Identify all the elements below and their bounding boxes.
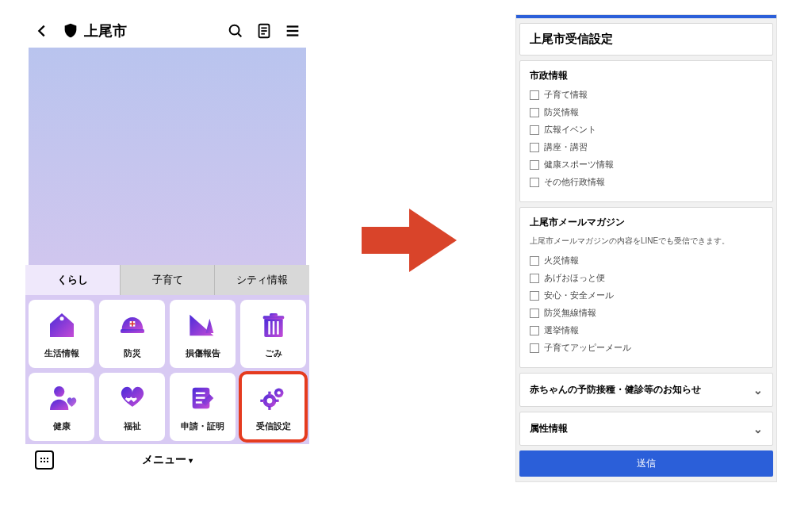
checkbox-row[interactable]: 火災情報 bbox=[530, 255, 763, 266]
section-shisei: 市政情報 子育て情報 防災情報 広報イベント 講座・講習 健康スポーツ情報 その… bbox=[519, 60, 773, 202]
svg-rect-31 bbox=[260, 399, 264, 401]
tab-label: シティ情報 bbox=[236, 273, 288, 287]
accordion-label: 赤ちゃんの予防接種・健診等のお知らせ bbox=[530, 383, 701, 397]
checkbox-row[interactable]: 講座・講習 bbox=[530, 141, 763, 153]
menu-button[interactable]: メニュー bbox=[142, 453, 193, 467]
handshake-icon bbox=[117, 382, 148, 414]
tile-label: ごみ bbox=[265, 347, 282, 359]
tile-reception-settings[interactable]: 受信設定 bbox=[240, 373, 306, 441]
tile-label: 防災 bbox=[124, 347, 141, 359]
app-screen-left: 上尾市 くらし 子育て シティ情報 生活情報 bbox=[25, 14, 309, 476]
settings-title: 上尾市受信設定 bbox=[530, 32, 763, 47]
house-icon bbox=[46, 309, 78, 341]
svg-rect-32 bbox=[274, 399, 278, 401]
checkbox-label: 防災無線情報 bbox=[544, 307, 596, 319]
svg-point-0 bbox=[230, 25, 239, 35]
checkbox-icon bbox=[530, 274, 539, 283]
tile-bousai[interactable]: 防災 bbox=[99, 300, 165, 368]
settings-panel: 上尾市受信設定 市政情報 子育て情報 防災情報 広報イベント 講座・講習 健康ス… bbox=[515, 14, 777, 482]
footer-bar: メニュー bbox=[25, 444, 309, 476]
doc-pen-icon bbox=[187, 382, 219, 414]
checkbox-icon bbox=[530, 125, 539, 135]
cone-icon bbox=[187, 309, 219, 341]
svg-line-1 bbox=[238, 33, 241, 36]
checkbox-label: 選挙情報 bbox=[544, 324, 579, 336]
checkbox-row[interactable]: あげおほっと便 bbox=[530, 272, 763, 284]
tile-label: 福祉 bbox=[124, 420, 141, 432]
svg-rect-17 bbox=[268, 321, 270, 335]
checkbox-row[interactable]: 子育て情報 bbox=[530, 89, 763, 101]
checkbox-row[interactable]: 子育てアッピーメール bbox=[530, 342, 763, 354]
svg-rect-29 bbox=[268, 391, 270, 395]
svg-rect-19 bbox=[277, 321, 279, 335]
tile-label: 申請・証明 bbox=[181, 420, 224, 432]
svg-rect-16 bbox=[270, 313, 278, 316]
keyboard-icon[interactable] bbox=[35, 450, 54, 470]
tile-shinsei[interactable]: 申請・証明 bbox=[170, 373, 236, 441]
tab-label: くらし bbox=[57, 273, 88, 287]
tile-sonsyou[interactable]: 損傷報告 bbox=[170, 300, 236, 368]
checkbox-icon bbox=[530, 343, 539, 353]
person-heart-icon bbox=[46, 382, 78, 414]
accordion-label: 属性情報 bbox=[530, 422, 568, 435]
svg-point-20 bbox=[54, 386, 64, 397]
svg-rect-18 bbox=[272, 321, 274, 335]
checkbox-row[interactable]: 健康スポーツ情報 bbox=[530, 159, 763, 171]
section-sub: 上尾市メールマガジンの内容をLINEでも受信できます。 bbox=[530, 236, 763, 247]
checkbox-row[interactable]: その他行政情報 bbox=[530, 176, 763, 188]
checkbox-icon bbox=[530, 309, 539, 318]
tile-gomi[interactable]: ごみ bbox=[240, 300, 306, 368]
checkbox-label: 広報イベント bbox=[544, 124, 596, 136]
search-icon[interactable] bbox=[227, 22, 244, 40]
gears-icon bbox=[258, 382, 289, 414]
checkbox-icon bbox=[530, 291, 539, 301]
top-stripe bbox=[516, 15, 776, 18]
checkbox-icon bbox=[530, 160, 539, 170]
tile-label: 健康 bbox=[53, 420, 71, 432]
tile-kenkou[interactable]: 健康 bbox=[29, 373, 94, 441]
checkbox-row[interactable]: 防災情報 bbox=[530, 106, 763, 118]
checkbox-label: あげおほっと便 bbox=[544, 272, 605, 284]
svg-rect-10 bbox=[121, 329, 144, 333]
menu-label: メニュー bbox=[142, 453, 186, 466]
section-title: 上尾市メールマガジン bbox=[530, 216, 763, 229]
checkbox-icon bbox=[530, 326, 539, 335]
tab-kurashi[interactable]: くらし bbox=[25, 265, 121, 295]
tab-kosodate[interactable]: 子育て bbox=[121, 265, 216, 295]
tile-fukushi[interactable]: 福祉 bbox=[99, 373, 165, 441]
back-icon[interactable] bbox=[33, 22, 51, 40]
settings-title-card: 上尾市受信設定 bbox=[519, 23, 773, 56]
checkbox-icon bbox=[530, 256, 539, 266]
accordion-attributes[interactable]: 属性情報 ⌄ bbox=[519, 412, 773, 446]
checkbox-label: 安心・安全メール bbox=[544, 289, 614, 301]
helmet-icon bbox=[117, 309, 148, 341]
shield-icon bbox=[62, 22, 79, 40]
tab-city-info[interactable]: シティ情報 bbox=[215, 265, 309, 295]
svg-rect-22 bbox=[195, 392, 205, 394]
checkbox-icon bbox=[530, 143, 539, 152]
tab-label: 子育て bbox=[152, 273, 183, 287]
accordion-baby[interactable]: 赤ちゃんの予防接種・健診等のお知らせ ⌄ bbox=[519, 373, 773, 407]
city-title: 上尾市 bbox=[62, 21, 127, 40]
checkbox-label: その他行政情報 bbox=[544, 176, 605, 188]
svg-rect-24 bbox=[195, 401, 201, 404]
checkbox-icon bbox=[530, 178, 539, 187]
svg-rect-23 bbox=[195, 397, 205, 399]
hero-image-area bbox=[29, 48, 306, 265]
checkbox-label: 火災情報 bbox=[544, 255, 579, 266]
tile-grid-wrap: 生活情報 防災 損傷報告 bbox=[25, 295, 309, 444]
checkbox-label: 防災情報 bbox=[544, 106, 579, 118]
submit-button[interactable]: 送信 bbox=[519, 450, 773, 477]
svg-point-9 bbox=[59, 316, 63, 320]
checkbox-row[interactable]: 防災無線情報 bbox=[530, 307, 763, 319]
checkbox-row[interactable]: 広報イベント bbox=[530, 124, 763, 136]
tile-label: 生活情報 bbox=[44, 347, 79, 359]
tile-seikatsu[interactable]: 生活情報 bbox=[29, 300, 94, 368]
submit-label: 送信 bbox=[637, 458, 656, 469]
hamburger-icon[interactable] bbox=[284, 22, 301, 40]
svg-point-26 bbox=[266, 398, 272, 404]
city-name: 上尾市 bbox=[84, 21, 127, 40]
document-icon[interactable] bbox=[255, 22, 273, 40]
checkbox-row[interactable]: 安心・安全メール bbox=[530, 289, 763, 301]
checkbox-row[interactable]: 選挙情報 bbox=[530, 324, 763, 336]
